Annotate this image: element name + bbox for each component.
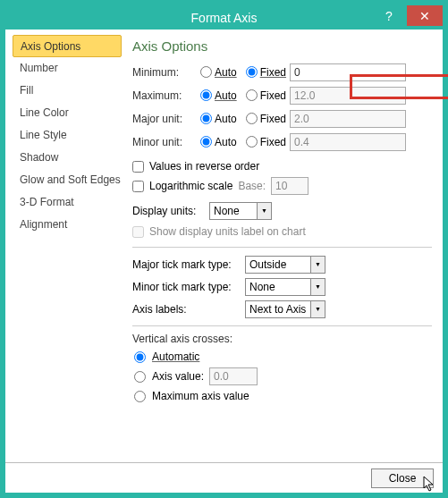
chevron-down-icon[interactable]: ▼: [310, 279, 325, 295]
maximum-auto-radio[interactable]: [200, 89, 212, 101]
minimum-auto-label: Auto: [215, 66, 237, 79]
chevron-down-icon[interactable]: ▼: [310, 301, 325, 317]
sidebar-item-alignment[interactable]: Alignment: [13, 214, 122, 236]
axis-labels-label: Axis labels:: [132, 303, 240, 316]
minor-unit-value-input: [290, 133, 406, 151]
maximum-value-input: [290, 87, 406, 105]
crosses-auto-radio[interactable]: [134, 351, 146, 363]
window-title: Format Axis: [191, 11, 258, 25]
major-unit-fixed-label: Fixed: [260, 113, 286, 125]
minimum-auto-radio[interactable]: [200, 66, 212, 78]
section-title: Axis Options: [132, 38, 432, 54]
minor-unit-fixed-radio[interactable]: [246, 136, 258, 148]
sidebar-item-fill[interactable]: Fill: [13, 80, 122, 102]
crosses-auto-label: Automatic: [152, 350, 199, 363]
maximum-label: Maximum:: [132, 89, 197, 102]
minimum-fixed-label: Fixed: [260, 66, 286, 79]
sidebar-item-glow[interactable]: Glow and Soft Edges: [13, 169, 122, 191]
minor-unit-label: Minor unit:: [132, 136, 197, 148]
major-unit-value-input: [290, 110, 406, 128]
help-button[interactable]: ?: [371, 5, 407, 26]
minimum-value-input[interactable]: [290, 63, 406, 81]
titlebar: Format Axis ? ✕: [5, 5, 443, 30]
crosses-value-radio[interactable]: [134, 371, 146, 383]
show-units-label-checkbox: [132, 226, 144, 238]
minor-unit-auto-label: Auto: [215, 136, 237, 148]
crosses-max-radio[interactable]: [134, 391, 146, 402]
major-unit-fixed-radio[interactable]: [246, 113, 258, 124]
major-unit-auto-radio[interactable]: [200, 113, 212, 124]
log-base-input: [271, 177, 309, 195]
log-base-label: Base:: [238, 180, 266, 192]
values-reverse-label: Values in reverse order: [149, 160, 259, 173]
chevron-down-icon[interactable]: ▼: [257, 203, 271, 219]
crosses-value-label: Axis value:: [152, 370, 204, 383]
log-scale-checkbox[interactable]: [132, 181, 144, 192]
crosses-title: Vertical axis crosses:: [132, 333, 432, 345]
crosses-max-label: Maximum axis value: [152, 390, 249, 402]
major-tick-label: Major tick mark type:: [132, 258, 240, 271]
crosses-value-input: [209, 367, 258, 385]
maximum-fixed-label: Fixed: [260, 89, 286, 102]
button-bar: Close: [5, 462, 443, 493]
minor-unit-fixed-label: Fixed: [260, 136, 286, 148]
maximum-fixed-radio[interactable]: [246, 89, 258, 101]
display-units-label: Display units:: [132, 205, 204, 217]
minor-unit-auto-radio[interactable]: [200, 136, 212, 148]
minimum-label: Minimum:: [132, 66, 197, 79]
close-button[interactable]: Close: [371, 468, 434, 488]
sidebar-item-shadow[interactable]: Shadow: [13, 147, 122, 169]
minor-tick-label: Minor tick mark type:: [132, 281, 240, 293]
sidebar-item-line-color[interactable]: Line Color: [13, 102, 122, 124]
axis-options-pane: Axis Options Minimum: Auto Fixed Maximum…: [122, 30, 443, 459]
log-scale-label: Logarithmic scale: [149, 180, 232, 192]
major-unit-auto-label: Auto: [215, 113, 237, 125]
maximum-auto-label: Auto: [215, 89, 237, 102]
sidebar-item-3d-format[interactable]: 3-D Format: [13, 191, 122, 214]
sidebar-item-axis-options[interactable]: Axis Options: [13, 35, 122, 57]
show-units-label-text: Show display units label on chart: [149, 225, 306, 238]
window-close-button[interactable]: ✕: [407, 5, 443, 26]
minimum-fixed-radio[interactable]: [246, 66, 258, 78]
major-unit-label: Major unit:: [132, 113, 197, 125]
chevron-down-icon[interactable]: ▼: [310, 257, 325, 273]
sidebar-item-number[interactable]: Number: [13, 57, 122, 80]
category-sidebar: Axis Options Number Fill Line Color Line…: [5, 30, 122, 459]
sidebar-item-line-style[interactable]: Line Style: [13, 124, 122, 147]
values-reverse-checkbox[interactable]: [132, 161, 144, 173]
